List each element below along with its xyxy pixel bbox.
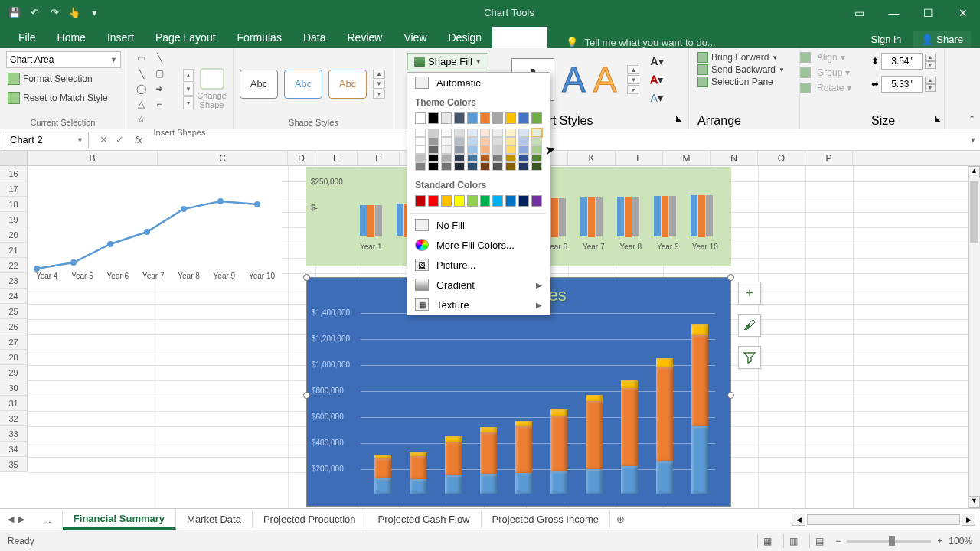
shape-style-3[interactable]: Abc bbox=[328, 70, 367, 99]
reset-style-button[interactable]: Reset to Match Style bbox=[6, 90, 119, 106]
color-swatch[interactable] bbox=[480, 145, 491, 154]
row-header[interactable]: 35 bbox=[0, 457, 28, 472]
color-swatch[interactable] bbox=[480, 162, 491, 171]
tab-insert[interactable]: Insert bbox=[96, 27, 145, 48]
hscroll-left[interactable]: ◀ bbox=[792, 514, 805, 526]
chart-elements-button[interactable]: + bbox=[738, 282, 761, 305]
wordart-style-2[interactable]: A bbox=[562, 59, 586, 100]
spin-down[interactable]: ▼ bbox=[925, 61, 936, 69]
color-swatch[interactable] bbox=[531, 137, 542, 145]
color-swatch[interactable] bbox=[480, 112, 491, 124]
color-swatch[interactable] bbox=[531, 145, 542, 154]
no-fill[interactable]: No Fill bbox=[407, 215, 550, 235]
color-swatch[interactable] bbox=[428, 145, 439, 154]
share-button[interactable]: 👤Share bbox=[913, 31, 971, 48]
bring-forward-button[interactable]: Bring Forward ▼ bbox=[697, 51, 795, 64]
shape-line2-icon[interactable]: ╲ bbox=[132, 67, 149, 80]
tab-data[interactable]: Data bbox=[292, 27, 337, 48]
color-swatch[interactable] bbox=[492, 145, 503, 154]
tab-format[interactable]: Format bbox=[492, 27, 547, 48]
color-swatch[interactable] bbox=[505, 137, 516, 145]
selection-pane-button[interactable]: Selection Pane bbox=[697, 76, 795, 88]
chart-element-selector[interactable]: Chart Area▼ bbox=[6, 51, 121, 68]
col-header[interactable]: F bbox=[358, 151, 400, 165]
color-swatch[interactable] bbox=[480, 137, 491, 145]
col-header[interactable]: O bbox=[758, 151, 805, 165]
redo-button[interactable]: ↷ bbox=[46, 5, 63, 21]
tab-home[interactable]: Home bbox=[47, 27, 96, 48]
row-header[interactable]: 24 bbox=[0, 289, 28, 304]
color-swatch[interactable] bbox=[428, 195, 439, 207]
color-swatch[interactable] bbox=[428, 154, 439, 162]
row-header[interactable]: 27 bbox=[0, 334, 28, 350]
color-swatch[interactable] bbox=[531, 162, 542, 171]
row-header[interactable]: 20 bbox=[0, 227, 28, 243]
horizontal-scrollbar[interactable]: ◀ ▶ bbox=[792, 514, 980, 526]
hscroll-right[interactable]: ▶ bbox=[962, 514, 975, 526]
sheet-tab-more[interactable]: ... bbox=[32, 510, 63, 528]
color-swatch[interactable] bbox=[428, 112, 439, 124]
tab-nav-prev[interactable]: ◀ bbox=[8, 514, 14, 524]
color-swatch[interactable] bbox=[415, 112, 426, 124]
color-swatch[interactable] bbox=[467, 162, 478, 171]
col-header[interactable]: C bbox=[158, 151, 288, 165]
tell-me-box[interactable]: 💡Tell me what you want to do... bbox=[547, 37, 871, 48]
col-header[interactable]: K bbox=[568, 151, 616, 165]
sheet-tab-projected-cash-flow[interactable]: Projected Cash Flow bbox=[368, 510, 482, 528]
wa-gallery-more[interactable]: ▾ bbox=[627, 85, 639, 94]
row-header[interactable]: 25 bbox=[0, 304, 28, 319]
shape-tri-icon[interactable]: △ bbox=[132, 97, 149, 111]
close-button[interactable]: ✕ bbox=[946, 0, 980, 25]
gallery-up[interactable]: ▲ bbox=[183, 69, 194, 82]
dialog-launcher-icon[interactable]: ◣ bbox=[935, 114, 941, 128]
color-swatch[interactable] bbox=[467, 145, 478, 154]
color-swatch[interactable] bbox=[518, 162, 529, 171]
color-swatch[interactable] bbox=[492, 154, 503, 162]
shape-line-icon[interactable]: ╲ bbox=[151, 51, 168, 65]
text-effects-button[interactable]: A▾ bbox=[650, 91, 667, 105]
col-header[interactable]: M bbox=[663, 151, 710, 165]
color-swatch[interactable] bbox=[518, 145, 529, 154]
shape-fill-button[interactable]: Shape Fill ▼ bbox=[407, 53, 488, 70]
color-swatch[interactable] bbox=[480, 195, 491, 207]
shape-style-2[interactable]: Abc bbox=[284, 70, 322, 99]
tab-formulas[interactable]: Formulas bbox=[227, 27, 292, 48]
color-swatch[interactable] bbox=[518, 112, 529, 124]
color-swatch[interactable] bbox=[441, 137, 452, 145]
cancel-icon[interactable]: ✕ bbox=[100, 134, 108, 145]
align-button[interactable]: Align ▾ bbox=[800, 51, 866, 64]
color-swatch[interactable] bbox=[454, 129, 465, 137]
color-swatch[interactable] bbox=[415, 195, 426, 207]
dialog-launcher-icon[interactable]: ◣ bbox=[676, 114, 682, 128]
row-header[interactable]: 32 bbox=[0, 411, 28, 426]
color-swatch[interactable] bbox=[518, 154, 529, 162]
color-swatch[interactable] bbox=[467, 129, 478, 137]
row-header[interactable]: 22 bbox=[0, 258, 28, 273]
row-header[interactable]: 33 bbox=[0, 426, 28, 442]
shape-roundrect-icon[interactable]: ▢ bbox=[151, 67, 168, 80]
text-fill-button[interactable]: A▾ bbox=[650, 54, 667, 68]
select-all-corner[interactable] bbox=[0, 151, 28, 165]
col-header[interactable]: L bbox=[616, 151, 663, 165]
tab-page-layout[interactable]: Page Layout bbox=[145, 27, 227, 48]
color-swatch[interactable] bbox=[415, 137, 426, 145]
row-header[interactable]: 30 bbox=[0, 380, 28, 396]
scroll-down[interactable]: ▼ bbox=[969, 496, 980, 508]
wa-gallery-down[interactable]: ▼ bbox=[627, 75, 639, 84]
fill-picture[interactable]: 🖼Picture... bbox=[407, 255, 550, 275]
row-header[interactable]: 31 bbox=[0, 396, 28, 411]
view-page-layout-icon[interactable]: ▥ bbox=[783, 534, 803, 548]
gallery-down[interactable]: ▼ bbox=[183, 83, 194, 96]
color-swatch[interactable] bbox=[441, 154, 452, 162]
color-swatch[interactable] bbox=[492, 112, 503, 124]
row-header[interactable]: 21 bbox=[0, 243, 28, 258]
fill-texture[interactable]: ▦Texture▶ bbox=[407, 295, 550, 315]
color-swatch[interactable] bbox=[505, 154, 516, 162]
style-gallery-down[interactable]: ▼ bbox=[373, 80, 385, 89]
color-swatch[interactable] bbox=[480, 154, 491, 162]
color-swatch[interactable] bbox=[505, 195, 516, 207]
tab-file[interactable]: File bbox=[8, 27, 47, 48]
tab-view[interactable]: View bbox=[393, 27, 437, 48]
color-swatch[interactable] bbox=[415, 129, 426, 137]
color-swatch[interactable] bbox=[428, 137, 439, 145]
